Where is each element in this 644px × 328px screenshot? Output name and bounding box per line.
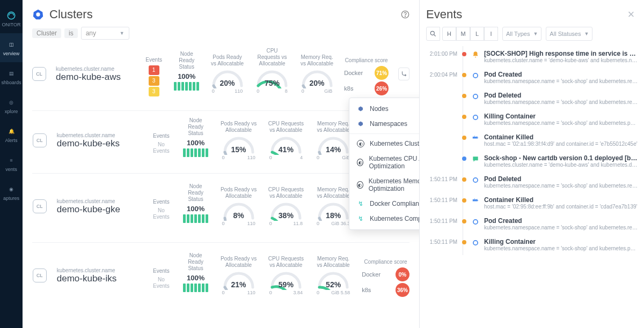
event-dot	[462, 115, 466, 119]
help-icon[interactable]	[401, 10, 409, 19]
dropdown-item[interactable]: Namespaces	[349, 116, 420, 131]
no-events: NoEvents	[151, 277, 172, 289]
comp-label: Docker	[344, 70, 363, 76]
event-item[interactable]: 2:01:00 PM [SOCK-SHOP] High response tim…	[426, 46, 638, 67]
circle-icon	[471, 113, 480, 122]
hex-icon	[357, 120, 364, 128]
filter-bar: Cluster is any ▼	[32, 27, 409, 40]
dropdown-item[interactable]: ◐Kubernetes CPU Allocation Optimization	[349, 151, 420, 174]
sidebar-icon: ◉	[6, 184, 16, 194]
comp-badge: 26%	[375, 81, 389, 95]
search-icon[interactable]	[426, 27, 440, 41]
sidebar-label: verview	[3, 51, 20, 56]
event-title: Killing Container	[484, 113, 638, 120]
pods-gauge: Pods Ready vs Allocatable 20% 0110	[210, 54, 245, 94]
events-col: EventsNoEvents	[151, 262, 172, 289]
severity-l[interactable]: L	[470, 27, 484, 41]
mem-gauge: Memory Req. vs Allocatable 18% 0GiB 36.3	[314, 187, 352, 226]
comp-badge: 0%	[396, 267, 409, 281]
types-select[interactable]: All Types▼	[502, 27, 541, 41]
close-icon[interactable]: ×	[625, 8, 638, 21]
svg-rect-11	[473, 137, 474, 137]
mem-gauge: Memory Req. vs Allocatable 52% 0GiB 5.58	[314, 256, 352, 295]
svg-point-18	[473, 220, 478, 224]
dropdown-item[interactable]: ↯Docker Compliance Report	[349, 196, 420, 211]
ready-bars	[173, 82, 200, 91]
sidebar-label: aptures	[3, 196, 19, 201]
event-subtitle: kubernetes.namespace.name = 'sock-shop' …	[484, 120, 638, 126]
node-ready-col: Node Ready Status 100%	[181, 124, 210, 157]
mem-gauge: Memory Req. vs Allocatable 14% 0GiB	[314, 121, 352, 160]
cluster-row[interactable]: CL kubernetes.cluster.name demo-kube-iks…	[32, 242, 409, 311]
sidebar-item-shboards[interactable]: ▤shboards	[0, 62, 23, 91]
dropdown-item[interactable]: ◐Kubernetes Cluster Overview	[349, 136, 420, 151]
event-item[interactable]: 1:50:11 PM Container Killed host.mac = '…	[426, 192, 638, 213]
sidebar-item-xplore[interactable]: ◎xplore	[0, 91, 23, 120]
svg-point-8	[473, 73, 478, 78]
sidebar: ONITOR ◫verview▤shboards◎xplore🔔Alerts≡v…	[0, 0, 23, 328]
cluster-name: demo-kube-aws	[56, 72, 135, 83]
circle-icon	[471, 92, 480, 101]
filter-op[interactable]: is	[64, 28, 78, 38]
cluster-name: demo-kube-eks	[57, 138, 141, 149]
sidebar-item-vents[interactable]: ≡vents	[0, 149, 23, 178]
event-badge[interactable]: 3	[149, 76, 159, 86]
dropdown-label: Kubernetes Cluster Overview	[370, 140, 420, 147]
sidebar-label: shboards	[1, 80, 21, 85]
sidebar-brand[interactable]: ONITOR	[0, 4, 23, 33]
cpu-gauge: CPU Requests vs Allocatable 41% 04	[267, 121, 305, 160]
event-item[interactable]: Pod Deleted kubernetes.namespace.name = …	[426, 88, 638, 109]
event-title: Container Killed	[484, 196, 638, 204]
sidebar-label: Alerts	[5, 138, 17, 143]
severity-i[interactable]: I	[484, 27, 498, 41]
event-dot	[462, 94, 466, 98]
hex-icon	[357, 105, 364, 113]
kubernetes-icon	[32, 9, 44, 20]
svg-point-10	[473, 115, 478, 120]
event-item[interactable]: 2:00:04 PM Pod Created kubernetes.namesp…	[426, 67, 638, 88]
event-time: 1:50:11 PM	[426, 217, 457, 230]
col-header: Events	[144, 50, 164, 63]
filter-value-select[interactable]: any ▼	[81, 27, 129, 40]
statuses-select[interactable]: All Statuses▼	[546, 27, 592, 41]
cpu-gauge: CPU Requests vs Allocatable 38% 011.8	[267, 187, 305, 226]
circle-icon	[471, 238, 480, 247]
sidebar-icon: ◎	[6, 98, 16, 107]
comp-label: k8s	[362, 287, 371, 293]
filter-field[interactable]: Cluster	[32, 28, 61, 38]
col-header: Events	[151, 262, 172, 274]
comp-badge: 36%	[396, 283, 409, 297]
sidebar-item-alerts[interactable]: 🔔Alerts	[0, 120, 23, 149]
cluster-label: kubernetes.cluster.name	[57, 198, 141, 204]
sidebar-item-verview[interactable]: ◫verview	[0, 33, 23, 62]
sidebar-item-aptures[interactable]: ◉aptures	[0, 178, 23, 207]
svg-point-2	[36, 12, 40, 16]
svg-point-14	[473, 178, 478, 182]
events-col: EventsNoEvents	[151, 192, 172, 220]
event-dot	[462, 240, 466, 244]
event-item[interactable]: 1:50:11 PM Pod Deleted kubernetes.namesp…	[426, 172, 638, 192]
svg-marker-5	[358, 107, 363, 111]
event-item[interactable]: Container Killed host.mac = '02:a1:98:3f…	[426, 130, 638, 151]
event-subtitle: kubernetes.namespace.name = 'sock-shop' …	[484, 225, 638, 230]
ready-bars	[181, 148, 210, 157]
event-item[interactable]: Sock-shop - New cartdb version 0.1 deplo…	[426, 151, 638, 172]
severity-m[interactable]: M	[456, 27, 470, 41]
drill-down-button[interactable]	[398, 68, 409, 80]
comp-label: k8s	[344, 85, 353, 92]
dropdown-item[interactable]: ↯Kubernetes Compliance Report	[349, 211, 420, 226]
pods-gauge: Pods Ready vs Allocatable 15% 0110	[219, 121, 257, 160]
mem-gauge: Memory Req. vs Allocatable 20% 0GiB	[299, 54, 335, 94]
event-badge[interactable]: 3	[149, 87, 159, 96]
dropdown-label: Docker Compliance Report	[370, 200, 420, 207]
dropdown-item[interactable]: ◐Kubernetes Memory Allocation Optimizati…	[349, 174, 420, 196]
event-title: Pod Created	[484, 217, 638, 225]
dropdown-item[interactable]: Nodes	[349, 101, 420, 116]
event-item[interactable]: 1:50:11 PM Pod Created kubernetes.namesp…	[426, 213, 638, 234]
event-badge[interactable]: 1	[149, 65, 159, 75]
event-dot	[462, 156, 466, 161]
severity-h[interactable]: H	[442, 27, 456, 41]
event-item[interactable]: 1:50:11 PM Killing Container kubernetes.…	[426, 234, 638, 255]
cluster-label: kubernetes.cluster.name	[57, 267, 141, 273]
event-item[interactable]: Killing Container kubernetes.namespace.n…	[426, 109, 638, 130]
